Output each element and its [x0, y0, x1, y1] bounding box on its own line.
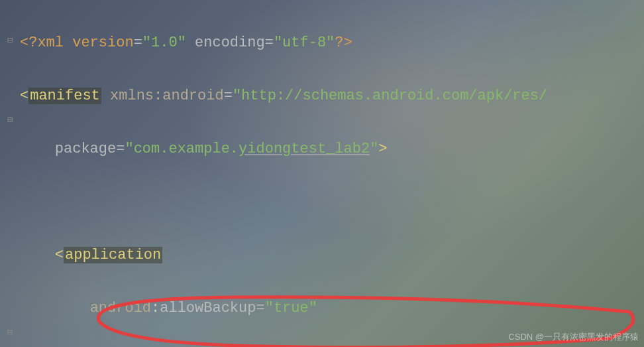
- code-editor[interactable]: <?xml version="1.0" encoding="utf-8"?> <…: [20, 3, 547, 347]
- fold-icon[interactable]: ⊟: [0, 318, 20, 345]
- code-line: <?xml version="1.0" encoding="utf-8"?>: [20, 30, 547, 56]
- attr-name: encoding: [195, 35, 265, 51]
- code-line: android:allowBackup="true": [20, 295, 547, 322]
- code-line: [20, 189, 547, 216]
- gutter: ⊟ ⊟ ⊟: [0, 0, 20, 347]
- attr-value: "http://schemas.android.com/apk/res/: [233, 88, 547, 104]
- tag-open: <?: [20, 35, 37, 51]
- tag-name: manifest: [28, 88, 101, 104]
- fold-icon[interactable]: ⊟: [0, 106, 20, 133]
- watermark: CSDN @一只有浓密黑发的程序猿: [508, 331, 639, 343]
- attr-value: "utf-8": [274, 35, 335, 51]
- tag-name: xml version: [37, 35, 133, 51]
- tag-name: application: [64, 247, 162, 263]
- attr-name: package: [55, 141, 116, 157]
- code-line: <application: [20, 242, 547, 269]
- attr-value: "true": [265, 300, 317, 316]
- attr-name: allowBackup: [160, 300, 256, 316]
- attr-value: "1.0": [142, 35, 186, 51]
- tag-close: ?>: [335, 35, 352, 51]
- fold-icon[interactable]: ⊟: [0, 27, 20, 53]
- code-line: package="com.example.yidongtest_lab2">: [20, 136, 547, 163]
- code-line: <manifest xmlns:android="http://schemas.…: [20, 83, 547, 109]
